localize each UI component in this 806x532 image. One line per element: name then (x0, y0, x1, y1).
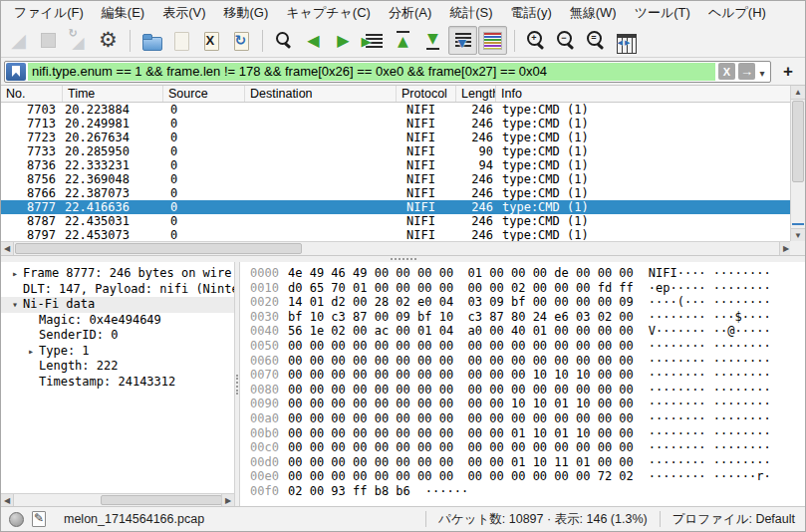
menu-go[interactable]: 移動(G) (215, 1, 278, 25)
filter-input[interactable] (28, 63, 715, 81)
bookmark-icon[interactable] (6, 63, 26, 81)
hex-row[interactable]: 00a0 00 00 00 00 00 00 00 00 00 00 00 00… (250, 411, 805, 426)
packet-row[interactable]: 7703 20.223884 0 NIFI 246 type:CMD (1) (1, 103, 792, 117)
hex-row[interactable]: 0030 bf 10 c3 87 00 09 bf 10 c3 87 80 24… (250, 310, 805, 325)
find-packet-button[interactable] (269, 26, 298, 55)
menu-wireless[interactable]: 無線(W) (561, 1, 626, 25)
packet-row[interactable]: 8777 22.416636 0 NIFI 246 type:CMD (1) (1, 200, 792, 214)
hex-row[interactable]: 0020 14 01 d2 00 28 02 e0 04 03 09 bf 00… (250, 295, 805, 310)
menu-capture[interactable]: キャプチャ(C) (277, 1, 380, 25)
tree-item[interactable]: Length: 222 (1, 359, 234, 375)
packet-row[interactable]: 8766 22.387073 0 NIFI 246 type:CMD (1) (1, 186, 792, 200)
column-header-source[interactable]: Source (163, 86, 245, 102)
menu-tools[interactable]: ツール(T) (626, 1, 699, 25)
menu-edit[interactable]: 編集(E) (93, 1, 153, 25)
menu-analyze[interactable]: 分析(A) (380, 1, 440, 25)
stop-capture-button[interactable] (34, 26, 63, 55)
tree-item[interactable]: ▸ Type: 1 (1, 344, 234, 360)
tree-item[interactable]: DLT: 147, Payload: nifi (Ninte (1, 282, 234, 298)
tree-item[interactable]: ▾ Ni-Fi data (1, 297, 234, 313)
hex-row[interactable]: 0050 00 00 00 00 00 00 00 00 00 00 00 00… (250, 339, 805, 354)
last-packet-button[interactable] (418, 26, 447, 55)
next-packet-button[interactable] (329, 26, 358, 55)
tree-item[interactable]: Magic: 0x4e494649 (1, 313, 234, 329)
packet-row[interactable]: 8736 22.333231 0 NIFI 94 type:CMD (1) (1, 158, 792, 172)
hex-row[interactable]: 00f0 02 00 93 ff b8 b6 ······ (250, 484, 805, 499)
first-packet-button[interactable] (389, 26, 417, 55)
tree-item[interactable]: ▸ Frame 8777: 246 bytes on wire (1, 266, 234, 282)
expand-arrow-icon[interactable] (23, 375, 39, 391)
tree-item[interactable]: SenderID: 0 (1, 328, 234, 344)
hex-row[interactable]: 0010 d0 65 70 01 00 00 00 00 00 00 02 00… (250, 281, 805, 296)
menu-statistics[interactable]: 統計(S) (440, 1, 501, 25)
resize-columns-button[interactable] (611, 26, 640, 55)
capture-comment-icon[interactable] (32, 511, 46, 527)
menu-file[interactable]: ファイル(F) (5, 1, 93, 25)
scroll-up-icon[interactable]: ▲ (791, 86, 805, 100)
save-file-button[interactable] (166, 26, 195, 55)
scroll-left-icon[interactable]: ◀ (1, 242, 14, 255)
detail-hscroll-thumb[interactable] (101, 495, 222, 505)
autoscroll-button[interactable] (448, 26, 477, 55)
packet-row[interactable]: 8787 22.435031 0 NIFI 246 type:CMD (1) (1, 214, 792, 228)
hex-row[interactable]: 00e0 00 00 00 00 00 00 00 00 00 00 00 00… (250, 469, 805, 484)
expand-arrow-icon[interactable]: ▸ (7, 266, 23, 282)
reload-file-button[interactable] (226, 26, 255, 55)
zoom-reset-button[interactable] (581, 26, 610, 55)
column-header-destination[interactable]: Destination (245, 86, 397, 102)
open-file-button[interactable] (136, 26, 165, 55)
menu-telephony[interactable]: 電話(y) (502, 1, 561, 25)
packet-row[interactable]: 7713 20.249981 0 NIFI 246 type:CMD (1) (1, 117, 792, 131)
expand-arrow-icon[interactable] (23, 313, 39, 329)
expand-arrow-icon[interactable] (23, 328, 39, 344)
add-filter-button[interactable] (777, 63, 799, 81)
scroll-down-icon[interactable]: ▼ (791, 228, 805, 242)
hex-row[interactable]: 0080 00 00 00 00 00 00 00 00 00 00 00 00… (250, 383, 805, 398)
column-header-protocol[interactable]: Protocol (397, 86, 456, 102)
hex-row[interactable]: 0000 4e 49 46 49 00 00 00 00 01 00 00 00… (250, 266, 805, 281)
filter-dropdown-caret-icon[interactable] (755, 63, 769, 81)
packet-row[interactable]: 8756 22.369048 0 NIFI 246 type:CMD (1) (1, 172, 792, 186)
start-capture-button[interactable] (4, 26, 33, 55)
packet-row[interactable]: 7723 20.267634 0 NIFI 246 type:CMD (1) (1, 131, 792, 144)
menu-view[interactable]: 表示(V) (153, 1, 214, 25)
hex-row[interactable]: 00d0 00 00 00 00 00 00 00 00 00 00 01 10… (250, 455, 805, 470)
restart-capture-button[interactable] (64, 26, 93, 55)
splitter-handle[interactable] (391, 258, 416, 260)
tree-item[interactable]: Timestamp: 24143312 (1, 375, 234, 391)
menu-help[interactable]: ヘルプ(H) (699, 1, 775, 25)
expert-info-icon[interactable] (9, 512, 24, 527)
capture-options-button[interactable] (94, 26, 123, 55)
hex-row[interactable]: 0090 00 00 00 00 00 00 00 00 00 00 10 10… (250, 397, 805, 411)
hex-row[interactable]: 00c0 00 00 00 00 00 00 00 00 00 00 00 00… (250, 440, 805, 455)
hex-row[interactable]: 00b0 00 00 00 00 00 00 00 00 00 00 01 10… (250, 426, 805, 441)
hex-row[interactable]: 0040 56 1e 02 00 ac 00 01 04 a0 00 40 01… (250, 324, 805, 339)
expand-arrow-icon[interactable] (23, 359, 39, 375)
profile-label[interactable]: プロファイル: Default (672, 511, 795, 528)
close-file-button[interactable] (196, 26, 225, 55)
column-header-time[interactable]: Time (63, 86, 163, 102)
splitter-handle[interactable] (236, 375, 238, 395)
expand-arrow-icon[interactable]: ▾ (7, 297, 23, 313)
scroll-left-icon[interactable]: ◀ (1, 494, 14, 506)
zoom-in-button[interactable] (521, 26, 550, 55)
zoom-out-button[interactable] (551, 26, 580, 55)
scroll-right-icon[interactable]: ▶ (221, 494, 234, 506)
packet-row[interactable]: 8797 22.453073 0 NIFI 246 type:CMD (1) (1, 228, 792, 242)
hex-row[interactable]: 0060 00 00 00 00 00 00 00 00 00 00 00 00… (250, 354, 805, 369)
packet-list-vscrollbar[interactable]: ▲ ▼ (790, 86, 805, 242)
hscroll-thumb[interactable] (15, 243, 302, 254)
expand-arrow-icon[interactable] (7, 282, 23, 298)
packet-list-hscrollbar[interactable]: ◀ ▶ (1, 241, 792, 255)
colorize-button[interactable] (478, 26, 507, 55)
column-header-no[interactable]: No. (1, 86, 63, 102)
previous-packet-button[interactable] (299, 26, 328, 55)
packet-row[interactable]: 7733 20.285950 0 NIFI 90 type:CMD (1) (1, 144, 792, 158)
vscroll-thumb[interactable] (792, 101, 804, 182)
detail-pane-hscrollbar[interactable]: ◀ ▶ (1, 493, 234, 506)
goto-packet-button[interactable] (359, 26, 388, 55)
column-header-length[interactable]: Length (456, 86, 496, 102)
column-header-info[interactable]: Info (496, 86, 792, 102)
expand-arrow-icon[interactable]: ▸ (23, 344, 39, 360)
clear-filter-icon[interactable] (718, 63, 735, 80)
